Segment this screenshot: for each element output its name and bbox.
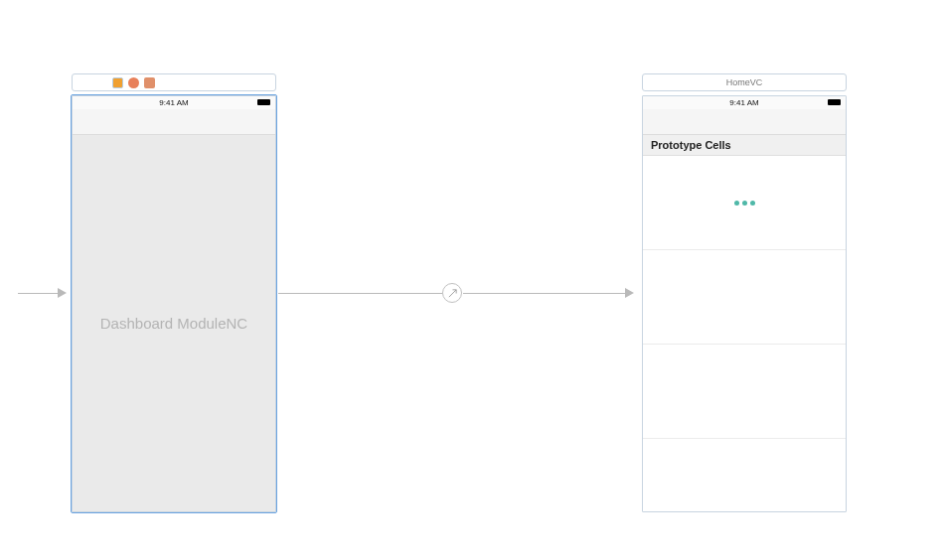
- scene-dashboard[interactable]: 9:41 AM Dashboard ModuleNC: [72, 73, 276, 512]
- dot-icon: [742, 201, 747, 206]
- content-area: Dashboard ModuleNC: [73, 135, 275, 511]
- scene-header-dashboard[interactable]: [72, 73, 276, 91]
- svg-line-0: [448, 289, 455, 296]
- entry-arrow-head: [58, 288, 67, 298]
- battery-icon: [257, 99, 270, 105]
- navigation-bar: [73, 109, 275, 135]
- table-row[interactable]: [643, 156, 846, 250]
- status-bar: 9:41 AM: [643, 96, 846, 109]
- scene-header-homevc[interactable]: HomeVC: [642, 73, 847, 91]
- status-bar: 9:41 AM: [73, 96, 275, 109]
- scene-title: HomeVC: [726, 77, 763, 87]
- segue-arrow-head: [625, 288, 634, 298]
- segue-line-left: [278, 293, 442, 294]
- firstresponder-icon: [128, 77, 139, 88]
- exit-icon: [144, 77, 155, 88]
- status-time: 9:41 AM: [159, 98, 188, 107]
- tableview-section-header: Prototype Cells: [643, 135, 846, 156]
- scene-homevc[interactable]: HomeVC 9:41 AM Prototype Cells: [642, 73, 847, 512]
- dot-icon: [734, 201, 739, 206]
- status-time: 9:41 AM: [729, 98, 758, 107]
- page-control[interactable]: [734, 201, 755, 206]
- entry-arrow-line: [18, 293, 58, 294]
- table-row[interactable]: [643, 250, 846, 345]
- placeholder-label: Dashboard ModuleNC: [100, 315, 247, 332]
- phone-screen-homevc[interactable]: 9:41 AM Prototype Cells: [642, 95, 847, 512]
- battery-icon: [828, 99, 841, 105]
- navigation-bar: [643, 109, 846, 135]
- dot-icon: [750, 201, 755, 206]
- segue-icon[interactable]: [442, 283, 462, 303]
- segue-line-right: [463, 293, 627, 294]
- phone-screen-dashboard[interactable]: 9:41 AM Dashboard ModuleNC: [72, 95, 276, 512]
- tableview-content: Prototype Cells: [643, 135, 846, 511]
- table-row[interactable]: [643, 345, 846, 439]
- navcontroller-icon: [112, 77, 123, 88]
